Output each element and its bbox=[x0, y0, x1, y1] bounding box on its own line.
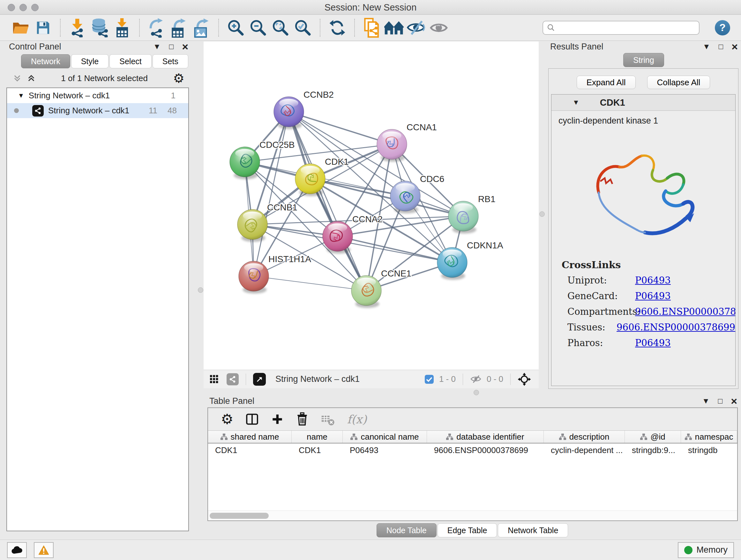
tab-network-table[interactable]: Network Table bbox=[498, 523, 568, 537]
collapse-all-button[interactable]: Collapse All bbox=[647, 76, 711, 89]
crosslink-link[interactable]: P06493 bbox=[635, 275, 671, 286]
network-node-CDC25B[interactable] bbox=[230, 147, 260, 179]
panel-float-icon[interactable]: □ bbox=[718, 397, 723, 405]
cloud-status-button[interactable] bbox=[7, 542, 27, 558]
network-view-type-icon[interactable] bbox=[226, 373, 239, 385]
application-window: Session: New Session bbox=[0, 0, 741, 560]
tab-style[interactable]: Style bbox=[71, 54, 109, 68]
clone-network-button[interactable] bbox=[362, 18, 382, 38]
tab-select[interactable]: Select bbox=[110, 54, 151, 68]
network-node-CDKN1A[interactable] bbox=[437, 247, 467, 280]
selected-checkbox-icon[interactable] bbox=[424, 374, 434, 384]
network-node-CCNB1[interactable] bbox=[238, 209, 267, 242]
grid-view-icon[interactable] bbox=[210, 375, 221, 384]
panel-float-icon[interactable]: □ bbox=[169, 43, 174, 51]
column-header-0[interactable]: shared name bbox=[208, 431, 292, 443]
hidden-eye-icon[interactable] bbox=[470, 375, 482, 383]
help-button[interactable]: ? bbox=[715, 20, 730, 36]
node-label-CCNB1: CCNB1 bbox=[267, 202, 297, 212]
node-details-header[interactable]: ▼ CDK1 bbox=[551, 95, 735, 111]
network-node-CCNB2[interactable] bbox=[274, 97, 304, 129]
crosslink-link[interactable]: 9606.ENSP00000378699 bbox=[635, 306, 736, 317]
network-node-CCNE1[interactable] bbox=[351, 275, 381, 308]
import-network-button[interactable] bbox=[68, 18, 87, 38]
warnings-button[interactable] bbox=[34, 542, 54, 558]
network-node-CCNA1[interactable] bbox=[377, 129, 407, 162]
tab-sets[interactable]: Sets bbox=[152, 54, 188, 68]
column-header-6[interactable]: namespac bbox=[681, 431, 737, 443]
collapse-all-networks-icon[interactable] bbox=[27, 74, 36, 83]
crosslink-link[interactable]: P06493 bbox=[635, 291, 671, 301]
crosslink-link[interactable]: 9606.ENSP00000378699 bbox=[616, 322, 735, 333]
import-network-from-database-button[interactable] bbox=[90, 18, 110, 38]
network-node-CDC6[interactable] bbox=[390, 181, 420, 213]
node-label-CDC6: CDC6 bbox=[420, 174, 444, 184]
panel-collapse-icon[interactable]: ▼ bbox=[153, 43, 161, 51]
panel-float-icon[interactable]: □ bbox=[719, 43, 724, 51]
panel-collapse-icon[interactable]: ▼ bbox=[703, 43, 711, 51]
table-options-gear-icon[interactable]: ⚙ bbox=[221, 412, 233, 426]
birdseye-crosshair-icon[interactable] bbox=[518, 373, 531, 386]
import-table-button[interactable] bbox=[112, 18, 132, 38]
panel-collapse-icon[interactable]: ▼ bbox=[702, 397, 710, 405]
show-all-networks-button[interactable] bbox=[384, 18, 404, 38]
hide-selected-button[interactable] bbox=[407, 18, 426, 38]
collection-disclosure-icon[interactable]: ▼ bbox=[18, 92, 24, 99]
crosslink-label: Pharos: bbox=[567, 337, 635, 348]
show-columns-icon[interactable] bbox=[246, 413, 259, 426]
tab-node-table[interactable]: Node Table bbox=[377, 523, 436, 537]
zoom-in-button[interactable] bbox=[226, 18, 246, 38]
export-network-button[interactable] bbox=[147, 18, 166, 38]
open-session-button[interactable] bbox=[11, 18, 30, 38]
panel-close-icon[interactable]: × bbox=[731, 395, 737, 407]
column-header-label: shared name bbox=[231, 432, 279, 442]
column-header-label: canonical name bbox=[360, 432, 419, 442]
column-header-5[interactable]: @id bbox=[625, 431, 681, 443]
scrollbar-thumb[interactable] bbox=[210, 513, 269, 519]
network-node-HIST1H1A[interactable] bbox=[239, 261, 269, 294]
column-type-icon bbox=[220, 434, 227, 440]
tab-string[interactable]: String bbox=[623, 53, 664, 67]
network-view-toolbar: String Network – cdk1 1 - 0 0 - 0 bbox=[204, 370, 539, 388]
save-session-button[interactable] bbox=[33, 18, 53, 38]
column-header-2[interactable]: canonical name bbox=[343, 431, 427, 443]
left-splitter-handle[interactable] bbox=[198, 287, 203, 293]
detach-view-icon[interactable] bbox=[253, 373, 266, 386]
table-row[interactable]: CDK1CDK1P064939606.ENSP00000378699cyclin… bbox=[208, 443, 737, 457]
zoom-out-button[interactable] bbox=[248, 18, 268, 38]
tab-network[interactable]: Network bbox=[21, 54, 70, 68]
column-header-4[interactable]: description bbox=[544, 431, 625, 443]
delete-column-icon[interactable] bbox=[296, 412, 309, 426]
section-disclosure-icon[interactable]: ▼ bbox=[572, 98, 580, 107]
network-collection-row[interactable]: ▼ String Network – cdk1 1 bbox=[7, 88, 188, 103]
network-edge-count: 48 bbox=[167, 106, 177, 116]
expand-all-button[interactable]: Expand All bbox=[577, 76, 636, 89]
add-column-icon[interactable] bbox=[271, 413, 284, 426]
column-header-3[interactable]: database identifier bbox=[427, 431, 544, 443]
panel-close-icon[interactable]: × bbox=[182, 41, 188, 52]
gene-name: CDK1 bbox=[600, 98, 625, 108]
bottom-splitter-handle[interactable] bbox=[474, 390, 479, 395]
network-canvas[interactable]: CCNB2CCNA1CDC25BCDK1CDC6RB1CCNB1CCNA2CDK… bbox=[204, 42, 539, 370]
export-table-button[interactable] bbox=[169, 18, 189, 38]
apply-layout-button[interactable] bbox=[327, 18, 347, 38]
memory-label: Memory bbox=[696, 545, 728, 555]
table-horizontal-scrollbar bbox=[208, 510, 737, 520]
export-image-button[interactable] bbox=[192, 18, 211, 38]
column-header-1[interactable]: name bbox=[292, 431, 343, 443]
network-node-CCNA2[interactable] bbox=[323, 221, 353, 254]
expand-all-networks-icon[interactable] bbox=[13, 74, 22, 83]
network-node-CDK1[interactable] bbox=[295, 164, 325, 196]
right-splitter-handle[interactable] bbox=[539, 211, 545, 217]
panel-close-icon[interactable]: × bbox=[731, 41, 738, 52]
memory-button[interactable]: Memory bbox=[678, 542, 734, 558]
network-node-RB1[interactable] bbox=[448, 201, 478, 234]
crosslink-link[interactable]: P06493 bbox=[635, 337, 671, 348]
zoom-fit-button[interactable] bbox=[271, 18, 290, 38]
search-input[interactable] bbox=[557, 23, 695, 33]
tab-edge-table[interactable]: Edge Table bbox=[437, 523, 497, 537]
zoom-selected-button[interactable] bbox=[293, 18, 313, 38]
network-row[interactable]: String Network – cdk1 11 48 bbox=[7, 103, 188, 118]
show-hidden-button[interactable] bbox=[429, 18, 449, 38]
network-options-gear-icon[interactable]: ⚙ bbox=[173, 72, 185, 84]
